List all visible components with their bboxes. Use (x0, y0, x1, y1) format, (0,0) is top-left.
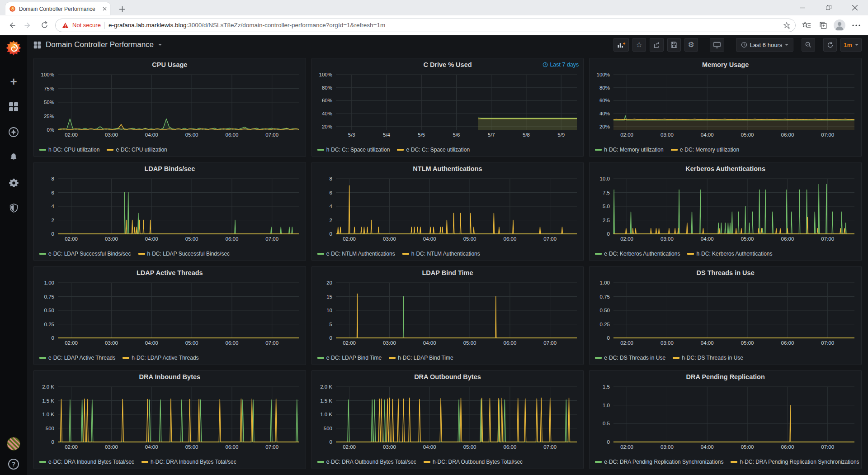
tv-mode-button[interactable] (710, 38, 724, 52)
add-favorite-star-icon[interactable] (783, 21, 791, 29)
dashboard-settings-button[interactable]: ⚙ (684, 38, 698, 52)
legend-item[interactable]: h-DC: CPU utilization (39, 147, 99, 153)
server-admin-shield-icon[interactable] (0, 198, 27, 218)
panel-title[interactable]: LDAP Active Threads (137, 269, 203, 276)
panel-plot[interactable]: 02.55.07.510.002:0003:0004:0005:0006:000… (593, 176, 858, 243)
panel: C Drive % UsedLast 7 days20%40%60%80%100… (311, 58, 584, 157)
legend-item[interactable]: e-DC: DRA Inbound Bytes Total/sec (39, 459, 134, 465)
create-icon[interactable]: + (0, 71, 27, 91)
refresh-button[interactable] (823, 38, 837, 52)
panel-title[interactable]: LDAP Binds/sec (144, 165, 195, 172)
dashboards-icon[interactable] (0, 97, 27, 117)
legend-item[interactable]: h-DC: DS Threads in Use (673, 355, 743, 361)
panel-plot[interactable]: 05001.0 K1.5 K2.0 K02:0003:0004:0005:000… (37, 384, 302, 451)
browser-profile-avatar[interactable] (834, 19, 845, 31)
svg-text:07:00: 07:00 (265, 444, 278, 450)
breadcrumb[interactable]: Domain Controller Performance (33, 40, 162, 49)
add-panel-button[interactable] (613, 38, 629, 52)
refresh-interval-picker[interactable]: 1m (840, 38, 862, 52)
panel: DRA Outbound Bytes05001.0 K1.5 K2.0 K02:… (311, 370, 584, 469)
panel-title[interactable]: DRA Pending Replication (686, 373, 765, 380)
address-bar[interactable]: Not secure e-grafana.lab.marklewis.blog:… (55, 19, 796, 32)
user-avatar[interactable] (7, 437, 20, 451)
panel-plot[interactable]: 0246802:0003:0004:0005:0006:0007:00 (315, 176, 580, 243)
legend-item[interactable]: e-DC: DS Threads in Use (595, 355, 665, 361)
legend-series-label: e-DC: CPU utilization (116, 147, 167, 153)
panel-title[interactable]: LDAP Bind Time (422, 269, 473, 276)
panel-title[interactable]: Memory Usage (702, 61, 749, 68)
legend-item[interactable]: e-DC: LDAP Successful Binds/sec (39, 251, 131, 257)
panel-title[interactable]: DRA Inbound Bytes (139, 373, 201, 380)
configuration-gear-icon[interactable] (0, 173, 27, 193)
legend-item[interactable]: h-DC: Memory utilization (595, 147, 663, 153)
legend-item[interactable]: e-DC: Kerberos Authentications (595, 251, 680, 257)
page-title[interactable]: Domain Controller Performance (46, 40, 154, 49)
browser-menu-icon[interactable] (851, 20, 862, 31)
legend-item[interactable]: e-DC: NTLM Authentications (317, 251, 395, 257)
legend-item[interactable]: e-DC: LDAP Bind Time (317, 355, 382, 361)
star-dashboard-button[interactable]: ☆ (632, 38, 646, 52)
legend-item[interactable]: h-DC: LDAP Active Threads (123, 355, 198, 361)
back-icon[interactable] (6, 20, 17, 31)
reload-icon[interactable] (39, 20, 50, 31)
panel-title[interactable]: DRA Outbound Bytes (414, 373, 481, 380)
collections-icon[interactable] (817, 20, 828, 31)
panel-plot[interactable]: 20%40%60%80%100%02:0003:0004:0005:0006:0… (593, 71, 858, 139)
panel-title[interactable]: CPU Usage (152, 61, 187, 68)
window-restore-button[interactable] (816, 0, 842, 15)
window-close-button[interactable] (842, 0, 868, 15)
legend-item[interactable]: e-DC: DRA Pending Replication Synchroniz… (595, 459, 723, 465)
panel-plot[interactable]: 05001.0 K1.5 K2.0 K02:0003:0004:0005:000… (315, 384, 580, 451)
grafana-logo[interactable] (5, 40, 22, 56)
legend-item[interactable]: h-DC: LDAP Successful Binds/sec (138, 251, 230, 257)
svg-text:06:00: 06:00 (226, 340, 239, 346)
zoom-out-time-button[interactable] (802, 38, 815, 52)
share-dashboard-button[interactable] (650, 38, 664, 52)
legend-item[interactable]: h-DC: DRA Pending Replication Synchroniz… (731, 459, 859, 465)
explore-compass-icon[interactable] (0, 122, 27, 142)
legend-series-label: h-DC: Kerberos Authentications (696, 251, 772, 257)
panel-title[interactable]: Kerberos Authentications (685, 165, 765, 172)
panel-plot[interactable]: 00.250.500.751.0002:0003:0004:0005:0006:… (37, 280, 302, 347)
panel-plot[interactable]: 0%25%50%75%100%02:0003:0004:0005:0006:00… (37, 71, 302, 139)
legend-item[interactable]: e-DC: LDAP Active Threads (39, 355, 115, 361)
save-dashboard-button[interactable] (667, 38, 681, 52)
legend-item[interactable]: e-DC: CPU utilization (107, 147, 167, 153)
panel-title[interactable]: DS Threads in Use (697, 269, 755, 276)
svg-text:05:00: 05:00 (741, 444, 754, 450)
title-dropdown-caret-icon[interactable] (158, 44, 162, 46)
legend-item[interactable]: h-DC: DRA Inbound Bytes Total/sec (142, 459, 236, 465)
legend-item[interactable]: e-DC: Memory utilization (671, 147, 739, 153)
not-secure-label[interactable]: Not secure (72, 22, 101, 28)
window-minimize-button[interactable] (789, 0, 816, 15)
new-tab-button[interactable] (117, 4, 127, 14)
legend-item[interactable]: h-DC: LDAP Bind Time (389, 355, 453, 361)
panel-plot[interactable]: 00.250.500.751.0002:0003:0004:0005:0006:… (593, 280, 858, 347)
forward-icon[interactable] (23, 20, 33, 31)
browser-tab[interactable]: Domain Controller Performance (5, 2, 110, 15)
tab-close-icon[interactable] (103, 7, 107, 11)
legend-item[interactable]: h-DC: NTLM Authentications (402, 251, 480, 257)
panel-legend: e-DC: LDAP Successful Binds/sech-DC: LDA… (34, 251, 306, 261)
legend-item[interactable]: e-DC: C:: Space utilization (397, 147, 470, 153)
panel-plot[interactable]: 0510152002:0003:0004:0005:0006:0007:00 (315, 280, 580, 347)
svg-text:06:00: 06:00 (503, 340, 516, 346)
alerting-bell-icon[interactable] (0, 147, 27, 167)
legend-item[interactable]: h-DC: Kerberos Authentications (687, 251, 772, 257)
url-text[interactable]: e-grafana.lab.marklewis.blog:3000/d/NSLs… (108, 22, 779, 28)
panel-plot[interactable]: 00.51.01.502:0003:0004:0005:0006:0007:00 (593, 384, 858, 451)
time-range-picker[interactable]: Last 6 hours (736, 38, 794, 52)
legend-item[interactable]: h-DC: C:: Space utilization (317, 147, 390, 153)
legend-item[interactable]: h-DC: DRA Outbound Bytes Total/sec (424, 459, 523, 465)
favorites-bar-icon[interactable] (801, 20, 812, 31)
svg-text:03:00: 03:00 (105, 236, 118, 242)
panel-plot[interactable]: 20%40%60%80%100%5/35/45/55/65/75/85/9 (315, 71, 580, 139)
panel-title[interactable]: NTLM Authentications (413, 165, 482, 172)
help-icon[interactable]: ? (8, 459, 19, 470)
svg-text:04:00: 04:00 (423, 444, 436, 450)
legend-item[interactable]: e-DC: DRA Outbound Bytes Total/sec (317, 459, 416, 465)
panel-title[interactable]: C Drive % Used (423, 61, 472, 68)
svg-text:5/5: 5/5 (418, 132, 425, 138)
svg-text:0.5: 0.5 (603, 421, 610, 426)
panel-plot[interactable]: 0246802:0003:0004:0005:0006:0007:00 (37, 176, 302, 243)
